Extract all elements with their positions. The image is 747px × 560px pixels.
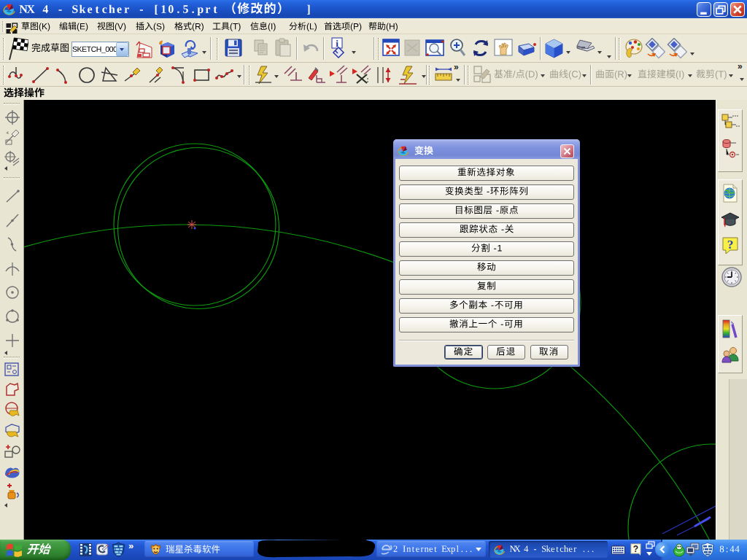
svg-text:?: ? [633, 544, 638, 554]
svg-text:?: ? [727, 238, 734, 252]
